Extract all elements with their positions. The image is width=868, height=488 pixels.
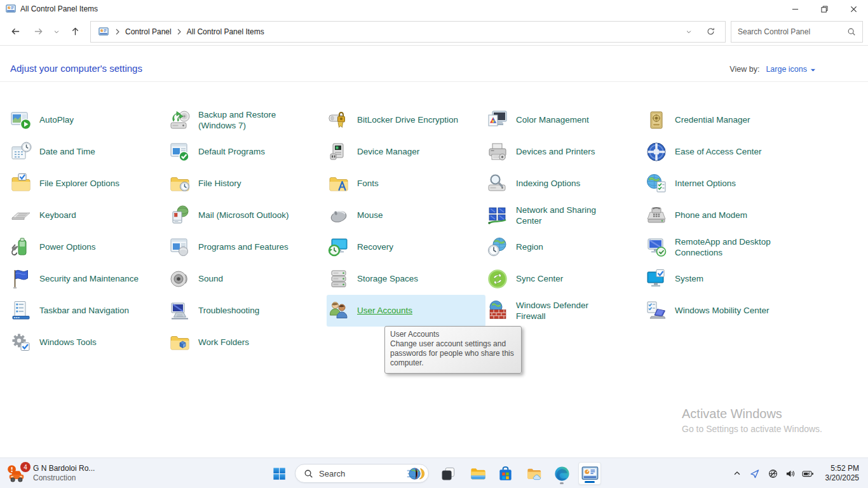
cpl-item-label: Recovery (357, 241, 393, 252)
color-management-icon (487, 109, 508, 131)
cpl-item-windows-tools[interactable]: Windows Tools (9, 327, 168, 358)
maximize-restore-button[interactable] (810, 0, 839, 18)
task-view-icon (440, 465, 457, 482)
running-app-indicator (560, 482, 564, 484)
cpl-item-windows-mobility-center[interactable]: Windows Mobility Center (644, 295, 803, 327)
activate-windows-watermark: Activate Windows Go to Settings to activ… (682, 407, 822, 434)
cpl-item-color-management[interactable]: Color Management (485, 104, 644, 136)
taskbar-task-view-button[interactable] (437, 462, 459, 485)
taskbar-microsoft-edge-button[interactable] (550, 462, 573, 485)
cpl-item-indexing-options[interactable]: Indexing Options (485, 168, 644, 200)
network-globe-icon[interactable] (764, 462, 782, 485)
watermark-line2: Go to Settings to activate Windows. (682, 424, 822, 434)
cpl-item-region[interactable]: Region (485, 231, 644, 263)
cpl-item-label: Power Options (39, 241, 96, 252)
breadcrumb-control-panel[interactable]: Control Panel (124, 26, 173, 37)
weather-globe-sun-icon (405, 466, 425, 482)
breadcrumb-all-control-panel-items[interactable]: All Control Panel Items (186, 26, 266, 37)
window-controls (780, 0, 868, 18)
cpl-item-security-and-maintenance[interactable]: Security and Maintenance (9, 263, 168, 295)
cpl-item-mail-microsoft-outlook[interactable]: Mail (Microsoft Outlook) (168, 200, 327, 231)
back-button[interactable] (4, 21, 27, 43)
network-sharing-icon (487, 205, 508, 226)
start-button[interactable] (268, 462, 290, 485)
cpl-item-storage-spaces[interactable]: Storage Spaces (327, 263, 485, 295)
system-tray: 5:52 PM 3/20/2025 (729, 458, 859, 488)
address-bar[interactable]: Control Panel All Control Panel Items (90, 21, 726, 43)
keyboard-icon (10, 205, 32, 226)
cpl-item-label: Work Folders (198, 337, 249, 348)
microsoft-store-icon (497, 465, 514, 482)
cpl-item-sound[interactable]: Sound (168, 263, 327, 295)
cpl-item-sync-center[interactable]: Sync Center (485, 263, 644, 295)
taskbar-microsoft-store-button[interactable] (494, 462, 517, 485)
cpl-item-windows-defender-firewall[interactable]: Windows Defender Firewall (485, 295, 644, 327)
taskbar-file-explorer-button[interactable] (466, 462, 489, 485)
title-bar: All Control Panel Items (0, 0, 868, 18)
taskbar-navigation-icon (10, 300, 32, 322)
location-icon[interactable] (745, 462, 764, 485)
windows-mobility-icon (646, 300, 667, 322)
cpl-item-network-and-sharing-center[interactable]: Network and Sharing Center (485, 200, 644, 231)
battery-icon[interactable] (799, 462, 818, 485)
cpl-item-user-accounts[interactable]: User Accounts (327, 295, 485, 327)
taskbar-control-panel-button[interactable] (578, 462, 601, 485)
refresh-button[interactable] (700, 22, 721, 42)
windows-tools-icon (10, 332, 32, 353)
cpl-item-label: Ease of Access Center (675, 146, 762, 157)
cpl-item-power-options[interactable]: Power Options (9, 231, 168, 263)
cpl-item-device-manager[interactable]: Device Manager (327, 136, 485, 168)
page-title: Adjust your computer's settings (10, 63, 142, 74)
view-by-dropdown[interactable]: Large icons (766, 65, 816, 74)
cpl-item-backup-and-restore-windows-7[interactable]: Backup and Restore (Windows 7) (168, 104, 327, 136)
close-button[interactable] (839, 0, 868, 18)
cpl-item-mouse[interactable]: Mouse (327, 200, 485, 231)
forward-button[interactable] (27, 21, 50, 43)
cpl-item-label: Programs and Features (198, 241, 288, 252)
cpl-item-programs-and-features[interactable]: Programs and Features (168, 231, 327, 263)
watermark-line1: Activate Windows (682, 407, 822, 421)
cpl-item-troubleshooting[interactable]: Troubleshooting (168, 295, 327, 327)
volume-icon[interactable] (782, 462, 799, 485)
taskbar-desktop-folder-button[interactable] (522, 462, 545, 485)
cpl-item-taskbar-and-navigation[interactable]: Taskbar and Navigation (9, 295, 168, 327)
internet-options-icon (646, 173, 667, 194)
cpl-item-date-and-time[interactable]: Date and Time (9, 136, 168, 168)
cpl-item-label: Windows Tools (39, 337, 97, 348)
cpl-item-credential-manager[interactable]: Credential Manager (644, 104, 803, 136)
user-accounts-tooltip: User Accounts Change user account settin… (384, 326, 522, 374)
user-accounts-icon (328, 300, 349, 322)
widget-subtitle: Construction (33, 473, 95, 483)
tooltip-body: Change user account settings and passwor… (390, 339, 516, 368)
recent-locations-button[interactable] (50, 21, 64, 43)
cpl-item-file-history[interactable]: File History (168, 168, 327, 200)
cpl-item-label: Device Manager (357, 146, 419, 157)
breadcrumb-chevron-icon (115, 28, 120, 36)
taskbar-clock[interactable]: 5:52 PM 3/20/2025 (825, 464, 859, 483)
cpl-item-fonts[interactable]: Fonts (327, 168, 485, 200)
cpl-item-label: User Accounts (357, 305, 412, 316)
credential-manager-icon (646, 109, 667, 131)
widgets-button[interactable]: 4 G N Bardoloi Ro... Construction (6, 463, 95, 484)
minimize-button[interactable] (780, 0, 810, 18)
up-button[interactable] (64, 21, 86, 43)
cpl-item-file-explorer-options[interactable]: File Explorer Options (9, 168, 168, 200)
cpl-item-autoplay[interactable]: AutoPlay (9, 104, 168, 136)
cpl-item-devices-and-printers[interactable]: Devices and Printers (485, 136, 644, 168)
cpl-item-default-programs[interactable]: Default Programs (168, 136, 327, 168)
search-input[interactable]: Search Control Panel (731, 21, 863, 43)
cpl-item-ease-of-access-center[interactable]: Ease of Access Center (644, 136, 803, 168)
header-separator (0, 81, 868, 82)
chevron-up-icon[interactable] (729, 462, 745, 485)
troubleshooting-icon (169, 300, 191, 322)
taskbar-search[interactable]: Search (295, 464, 429, 483)
cpl-item-phone-and-modem[interactable]: Phone and Modem (644, 200, 803, 231)
cpl-item-remoteapp-and-desktop-connections[interactable]: RemoteApp and Desktop Connections (644, 231, 803, 263)
cpl-item-system[interactable]: System (644, 263, 803, 295)
cpl-item-keyboard[interactable]: Keyboard (9, 200, 168, 231)
address-dropdown-button[interactable] (678, 22, 700, 42)
cpl-item-work-folders[interactable]: Work Folders (168, 327, 327, 358)
cpl-item-recovery[interactable]: Recovery (327, 231, 485, 263)
cpl-item-internet-options[interactable]: Internet Options (644, 168, 803, 200)
cpl-item-bitlocker-drive-encryption[interactable]: BitLocker Drive Encryption (327, 104, 485, 136)
